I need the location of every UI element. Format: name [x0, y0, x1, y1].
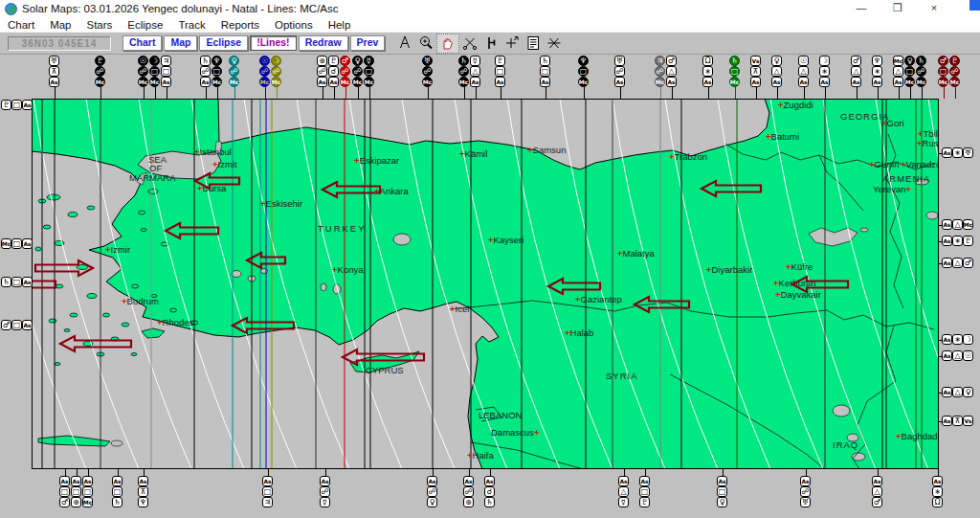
line-label-stack: As□♇: [639, 476, 650, 507]
glyph-□: □: [729, 66, 740, 77]
glyph-Mc: Mc: [364, 77, 374, 87]
toolbar-icons: [394, 34, 565, 54]
glyph-△: △: [618, 486, 629, 497]
glyph-♀: ♀: [717, 497, 727, 507]
map-button[interactable]: Map: [164, 35, 197, 51]
glyph-♄: ♄: [729, 56, 740, 66]
lines-button[interactable]: !Lines!: [250, 35, 296, 51]
line-label-stack: ♀□Mc: [904, 56, 915, 87]
clamp-icon[interactable]: [480, 34, 501, 52]
stack-stem: [723, 469, 724, 476]
glyph-♂: ♂: [59, 497, 70, 507]
glyph-♅: ♅: [49, 56, 59, 66]
glyph-☍: ☍: [614, 66, 625, 77]
stack-stem: [944, 87, 945, 99]
zoom-icon[interactable]: [415, 34, 436, 52]
glyph-☽: ☽: [149, 56, 160, 66]
glyph-♀: ♀: [229, 56, 239, 66]
glyph-Mc: Mc: [904, 77, 915, 87]
glyph-As: As: [71, 476, 81, 486]
glyph-♆: ♆: [872, 56, 882, 66]
line-label-stack: ♇□As: [1, 100, 33, 110]
city-label: +Gaziantep: [575, 294, 622, 304]
close-button[interactable]: ×: [921, 1, 947, 15]
stack-stem: [118, 469, 119, 476]
glyph-∗: ∗: [819, 66, 830, 77]
city-label: +Trabzon: [669, 151, 707, 162]
line-label-stack: Mc△As: [893, 56, 903, 87]
menu-stars[interactable]: Stars: [79, 19, 121, 31]
crosshair-icon[interactable]: [501, 34, 523, 52]
menu-track[interactable]: Track: [170, 19, 212, 31]
line-label-stack: ♂△As: [851, 56, 861, 87]
report-icon[interactable]: [523, 34, 544, 52]
city-label: +Diyarbakir: [706, 264, 752, 275]
chart-button[interactable]: Chart: [122, 35, 162, 51]
stack-stem: [167, 87, 167, 99]
glyph-As: As: [540, 77, 550, 87]
line-label-stack: As△☿: [618, 476, 629, 507]
glyph-♄: ♄: [458, 56, 469, 66]
eclipse-button[interactable]: Eclipse: [199, 35, 248, 51]
line-label-stack: ♄□As: [540, 56, 550, 87]
line-label-stack: As∗☽: [942, 334, 973, 345]
line-label-stack: ♅☍Mc: [422, 56, 433, 87]
menu-options[interactable]: Options: [267, 19, 321, 31]
glyph-As: As: [872, 77, 882, 87]
glyph-As: As: [942, 350, 952, 361]
glyph-♅: ♅: [963, 147, 973, 158]
glyph-♆: ♆: [138, 497, 148, 507]
line-label-stack: As□Mc: [82, 476, 93, 507]
line-label-stack: ☿△As: [470, 56, 480, 87]
glyph-♇: ♇: [963, 236, 973, 246]
glyph-Mc: Mc: [655, 77, 665, 87]
glyph-☍: ☍: [229, 66, 239, 77]
menu-reports[interactable]: Reports: [213, 19, 267, 31]
glyph-△: △: [952, 350, 963, 361]
glyph-☉: ☉: [138, 56, 148, 66]
glyph-♂: ♂: [851, 56, 861, 66]
glyph-Ω: Ω: [702, 56, 713, 66]
line-label-stack: ♃☍Mc: [655, 56, 665, 87]
glyph-□: □: [639, 486, 650, 497]
glyph-⊼: ⊼: [138, 486, 148, 497]
glyph-As: As: [819, 77, 830, 87]
glyph-⊕: ⊕: [317, 56, 327, 66]
glyph-As: As: [942, 416, 952, 426]
menu-help[interactable]: Help: [321, 19, 359, 31]
star-icon[interactable]: [544, 34, 565, 52]
glyph-☉: ☉: [798, 56, 809, 66]
glyph-□: □: [717, 486, 727, 497]
glyph-∗: ∗: [872, 66, 882, 77]
glyph-△: △: [666, 66, 677, 77]
line-label-stack: ♇□As: [495, 56, 505, 87]
glyph-As: As: [942, 334, 952, 345]
glyph-□: □: [11, 238, 22, 249]
window-title: Solar Maps: 03.01.2026 Yengec dolunayi -…: [22, 3, 339, 14]
glyph-Mc: Mc: [578, 77, 589, 87]
city-label: +Eskisehir: [260, 198, 302, 209]
line-label-stack: As△♂: [872, 476, 882, 507]
prev-button[interactable]: Prev: [350, 35, 386, 51]
glyph-□: □: [59, 486, 70, 497]
map-svg[interactable]: SEAOFMARMARATURKEYGEORGIAARMENIASYRIALEB…: [32, 99, 939, 469]
app-icon: [5, 3, 17, 15]
map-canvas[interactable]: SEAOFMARMARATURKEYGEORGIAARMENIASYRIALEB…: [32, 99, 939, 469]
redraw-button[interactable]: Redraw: [299, 35, 348, 51]
maximize-button[interactable]: ❒: [884, 1, 911, 15]
glyph-♅: ♅: [614, 56, 625, 66]
glyph-Mc: Mc: [893, 56, 903, 66]
menu-eclipse[interactable]: Eclipse: [120, 19, 170, 31]
glyph-♂: ♂: [666, 56, 677, 66]
city-label: +Batumi: [766, 131, 799, 142]
glyph-Mc: Mc: [352, 77, 363, 87]
compass-icon[interactable]: [394, 34, 415, 52]
minimize-button[interactable]: —: [848, 1, 875, 15]
line-label-stack: ☽☍Mc: [271, 56, 281, 87]
menu-chart[interactable]: Chart: [0, 19, 42, 31]
pan-hand-icon[interactable]: [436, 34, 459, 54]
menu-map[interactable]: Map: [42, 19, 78, 31]
city-label: +Baghdad: [896, 431, 938, 441]
cut-icon[interactable]: [459, 34, 480, 52]
glyph-As: As: [484, 476, 495, 486]
